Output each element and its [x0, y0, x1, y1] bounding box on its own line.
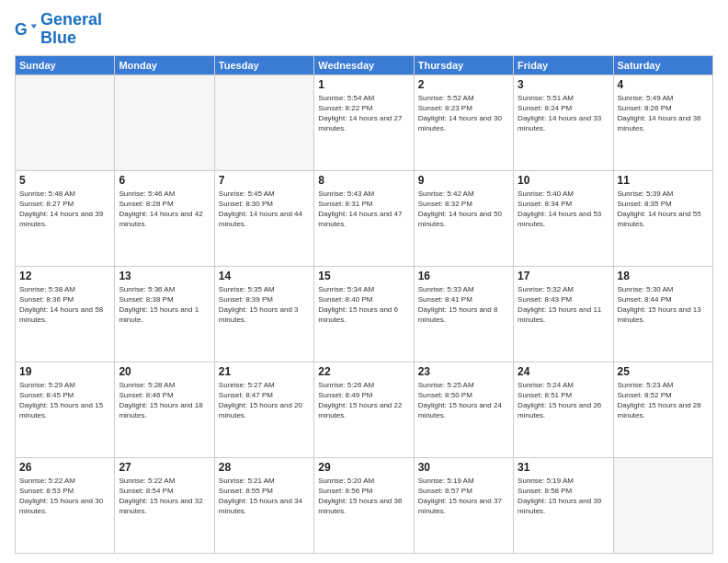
day-info: Sunrise: 5:22 AMSunset: 8:53 PMDaylight:…: [19, 476, 110, 517]
day-number: 16: [418, 270, 509, 282]
weekday-header-monday: Monday: [115, 55, 214, 75]
day-number: 12: [19, 270, 110, 282]
calendar-cell: 23Sunrise: 5:25 AMSunset: 8:50 PMDayligh…: [414, 362, 513, 457]
day-info: Sunrise: 5:23 AMSunset: 8:52 PMDaylight:…: [618, 380, 709, 421]
calendar-cell: 20Sunrise: 5:28 AMSunset: 8:46 PMDayligh…: [115, 362, 214, 457]
day-info: Sunrise: 5:19 AMSunset: 8:58 PMDaylight:…: [518, 476, 609, 517]
day-number: 10: [518, 174, 609, 187]
logo: G General Blue: [15, 11, 102, 48]
day-info: Sunrise: 5:34 AMSunset: 8:40 PMDaylight:…: [318, 284, 409, 326]
calendar-week-row: 26Sunrise: 5:22 AMSunset: 8:53 PMDayligh…: [16, 457, 713, 553]
day-info: Sunrise: 5:30 AMSunset: 8:44 PMDaylight:…: [618, 284, 709, 326]
calendar-cell: 29Sunrise: 5:20 AMSunset: 8:56 PMDayligh…: [314, 457, 414, 553]
weekday-header-saturday: Saturday: [613, 55, 712, 75]
day-number: 30: [418, 461, 509, 474]
day-info: Sunrise: 5:24 AMSunset: 8:51 PMDaylight:…: [518, 380, 609, 421]
day-info: Sunrise: 5:52 AMSunset: 8:23 PMDaylight:…: [418, 93, 509, 134]
calendar-cell: [16, 75, 115, 170]
day-info: Sunrise: 5:19 AMSunset: 8:57 PMDaylight:…: [418, 476, 509, 517]
calendar-cell: 27Sunrise: 5:22 AMSunset: 8:54 PMDayligh…: [115, 457, 214, 553]
svg-marker-1: [31, 24, 37, 29]
calendar-cell: 16Sunrise: 5:33 AMSunset: 8:41 PMDayligh…: [414, 266, 513, 362]
day-info: Sunrise: 5:43 AMSunset: 8:31 PMDaylight:…: [318, 189, 409, 230]
calendar: SundayMondayTuesdayWednesdayThursdayFrid…: [15, 55, 713, 554]
day-info: Sunrise: 5:42 AMSunset: 8:32 PMDaylight:…: [418, 189, 509, 230]
day-number: 22: [318, 365, 409, 378]
calendar-cell: 18Sunrise: 5:30 AMSunset: 8:44 PMDayligh…: [613, 266, 712, 362]
calendar-cell: [214, 75, 313, 170]
logo-line2: Blue: [40, 29, 102, 48]
day-number: 9: [418, 174, 509, 187]
day-number: 7: [219, 174, 310, 187]
calendar-cell: 8Sunrise: 5:43 AMSunset: 8:31 PMDaylight…: [314, 170, 414, 266]
calendar-week-row: 5Sunrise: 5:48 AMSunset: 8:27 PMDaylight…: [16, 170, 713, 266]
day-info: Sunrise: 5:25 AMSunset: 8:50 PMDaylight:…: [418, 380, 509, 421]
calendar-week-row: 19Sunrise: 5:29 AMSunset: 8:45 PMDayligh…: [16, 362, 713, 457]
day-info: Sunrise: 5:20 AMSunset: 8:56 PMDaylight:…: [318, 476, 409, 517]
header: G General Blue: [15, 11, 713, 48]
day-number: 29: [318, 461, 409, 474]
day-info: Sunrise: 5:38 AMSunset: 8:36 PMDaylight:…: [19, 284, 110, 326]
day-number: 21: [219, 365, 310, 378]
calendar-cell: 11Sunrise: 5:39 AMSunset: 8:35 PMDayligh…: [613, 170, 712, 266]
day-info: Sunrise: 5:48 AMSunset: 8:27 PMDaylight:…: [19, 189, 110, 230]
logo-icon: G: [15, 18, 37, 40]
calendar-cell: 25Sunrise: 5:23 AMSunset: 8:52 PMDayligh…: [613, 362, 712, 457]
page: G General Blue SundayMondayTuesdayWednes…: [0, 0, 728, 563]
calendar-cell: 6Sunrise: 5:46 AMSunset: 8:28 PMDaylight…: [115, 170, 214, 266]
weekday-header-friday: Friday: [514, 55, 613, 75]
day-number: 6: [119, 174, 210, 187]
calendar-cell: 28Sunrise: 5:21 AMSunset: 8:55 PMDayligh…: [214, 457, 313, 553]
day-number: 18: [618, 270, 709, 282]
day-info: Sunrise: 5:32 AMSunset: 8:43 PMDaylight:…: [518, 284, 609, 326]
day-number: 27: [119, 461, 210, 474]
day-number: 11: [618, 174, 709, 187]
calendar-cell: 14Sunrise: 5:35 AMSunset: 8:39 PMDayligh…: [214, 266, 313, 362]
day-number: 20: [119, 365, 210, 378]
day-info: Sunrise: 5:49 AMSunset: 8:26 PMDaylight:…: [618, 93, 709, 134]
calendar-cell: 2Sunrise: 5:52 AMSunset: 8:23 PMDaylight…: [414, 75, 513, 170]
day-number: 15: [318, 270, 409, 282]
calendar-cell: 17Sunrise: 5:32 AMSunset: 8:43 PMDayligh…: [514, 266, 613, 362]
calendar-header-row: SundayMondayTuesdayWednesdayThursdayFrid…: [16, 55, 713, 75]
calendar-cell: 12Sunrise: 5:38 AMSunset: 8:36 PMDayligh…: [16, 266, 115, 362]
day-info: Sunrise: 5:51 AMSunset: 8:24 PMDaylight:…: [518, 93, 609, 134]
calendar-cell: 5Sunrise: 5:48 AMSunset: 8:27 PMDaylight…: [16, 170, 115, 266]
weekday-header-sunday: Sunday: [16, 55, 115, 75]
calendar-cell: 9Sunrise: 5:42 AMSunset: 8:32 PMDaylight…: [414, 170, 513, 266]
day-number: 28: [219, 461, 310, 474]
logo-line1: General: [40, 11, 102, 29]
day-info: Sunrise: 5:35 AMSunset: 8:39 PMDaylight:…: [219, 284, 310, 326]
calendar-cell: 7Sunrise: 5:45 AMSunset: 8:30 PMDaylight…: [214, 170, 313, 266]
day-number: 13: [119, 270, 210, 282]
day-info: Sunrise: 5:39 AMSunset: 8:35 PMDaylight:…: [618, 189, 709, 230]
day-info: Sunrise: 5:33 AMSunset: 8:41 PMDaylight:…: [418, 284, 509, 326]
day-number: 19: [19, 365, 110, 378]
calendar-cell: 26Sunrise: 5:22 AMSunset: 8:53 PMDayligh…: [16, 457, 115, 553]
weekday-header-thursday: Thursday: [414, 55, 513, 75]
day-number: 23: [418, 365, 509, 378]
day-number: 2: [418, 78, 509, 91]
day-info: Sunrise: 5:21 AMSunset: 8:55 PMDaylight:…: [219, 476, 310, 517]
calendar-week-row: 12Sunrise: 5:38 AMSunset: 8:36 PMDayligh…: [16, 266, 713, 362]
day-info: Sunrise: 5:27 AMSunset: 8:47 PMDaylight:…: [219, 380, 310, 421]
calendar-cell: 10Sunrise: 5:40 AMSunset: 8:34 PMDayligh…: [514, 170, 613, 266]
day-info: Sunrise: 5:36 AMSunset: 8:38 PMDaylight:…: [119, 284, 210, 326]
day-number: 24: [518, 365, 609, 378]
day-info: Sunrise: 5:46 AMSunset: 8:28 PMDaylight:…: [119, 189, 210, 230]
calendar-cell: 15Sunrise: 5:34 AMSunset: 8:40 PMDayligh…: [314, 266, 414, 362]
weekday-header-wednesday: Wednesday: [314, 55, 414, 75]
logo-text: General Blue: [40, 11, 102, 48]
calendar-cell: [115, 75, 214, 170]
day-number: 14: [219, 270, 310, 282]
weekday-header-tuesday: Tuesday: [214, 55, 313, 75]
calendar-cell: 1Sunrise: 5:54 AMSunset: 8:22 PMDaylight…: [314, 75, 414, 170]
day-number: 25: [618, 365, 709, 378]
day-info: Sunrise: 5:40 AMSunset: 8:34 PMDaylight:…: [518, 189, 609, 230]
calendar-cell: 22Sunrise: 5:26 AMSunset: 8:49 PMDayligh…: [314, 362, 414, 457]
calendar-cell: 30Sunrise: 5:19 AMSunset: 8:57 PMDayligh…: [414, 457, 513, 553]
day-info: Sunrise: 5:29 AMSunset: 8:45 PMDaylight:…: [19, 380, 110, 421]
calendar-cell: 19Sunrise: 5:29 AMSunset: 8:45 PMDayligh…: [16, 362, 115, 457]
day-number: 4: [618, 78, 709, 91]
day-number: 3: [518, 78, 609, 91]
